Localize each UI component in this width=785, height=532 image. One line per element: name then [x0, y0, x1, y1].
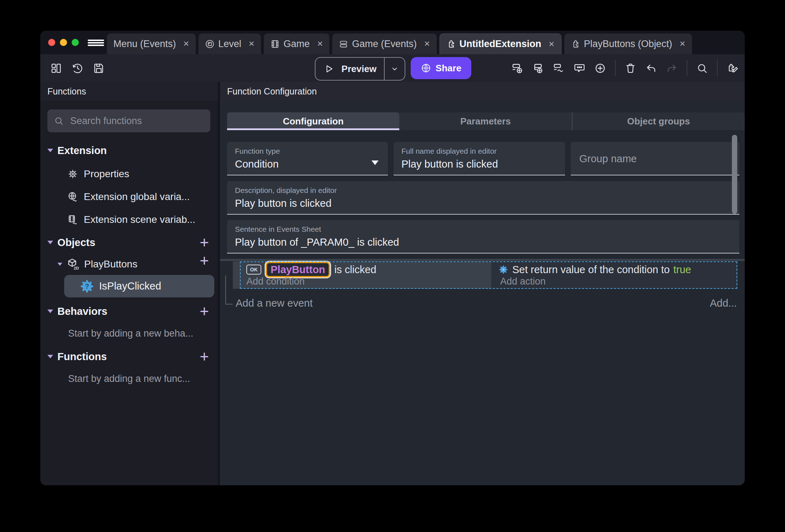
search-icon — [54, 116, 64, 126]
preview-dropdown-button[interactable] — [384, 58, 405, 80]
condition-row[interactable]: OK PlayButton is clicked — [246, 262, 376, 277]
function-configuration-panel: Function Configuration Configuration Par… — [220, 82, 745, 485]
add-subevent-icon[interactable] — [532, 62, 544, 74]
close-icon[interactable]: ✕ — [424, 40, 430, 48]
collapse-caret-icon[interactable] — [47, 310, 53, 313]
close-icon[interactable]: ✕ — [183, 40, 190, 48]
functions-sidebar: Functions Extension Properties — [40, 82, 218, 485]
sidebar-item-isplayclicked-selected[interactable]: ? IsPlayClicked — [64, 275, 214, 297]
search-functions-box[interactable] — [47, 109, 210, 132]
search-icon[interactable] — [696, 62, 708, 74]
collapse-caret-icon[interactable] — [47, 241, 53, 244]
save-icon[interactable] — [93, 62, 105, 74]
sentence-field[interactable]: Sentence in Events Sheet Play button of … — [227, 220, 739, 254]
vertical-scrollbar[interactable] — [732, 135, 737, 214]
function-type-select[interactable]: Function type Condition — [227, 142, 388, 175]
history-icon[interactable] — [72, 62, 83, 74]
full-name-field[interactable]: Full name displayed in editor Play butto… — [394, 142, 565, 175]
description-field[interactable]: Description, displayed in editor Play bu… — [227, 181, 739, 215]
section-behaviors[interactable]: Behaviors + — [40, 304, 218, 318]
hamburger-menu-icon[interactable] — [88, 40, 104, 46]
field-value: Play button is clicked — [235, 198, 332, 209]
section-label: Behaviors — [57, 306, 107, 317]
section-label: Functions — [57, 351, 107, 363]
group-name-input[interactable] — [579, 142, 715, 175]
collapse-caret-icon[interactable] — [47, 355, 53, 358]
collapse-caret-icon[interactable] — [47, 149, 53, 152]
redo-icon[interactable] — [666, 62, 678, 74]
sidebar-title: Functions — [40, 82, 218, 101]
action-gear-icon — [498, 264, 509, 275]
traffic-minimize-button[interactable] — [60, 39, 67, 46]
tab-label: Menu (Events) — [113, 39, 176, 50]
event-drop-indicator — [220, 259, 745, 261]
share-button[interactable]: Share — [411, 57, 471, 79]
section-extension[interactable]: Extension — [40, 143, 218, 158]
svg-text:2D: 2D — [74, 266, 79, 270]
add-condition-link[interactable]: Add condition — [246, 276, 305, 287]
search-functions-input[interactable] — [70, 115, 192, 127]
event-tree-line — [225, 304, 233, 305]
tab-game-events[interactable]: Game (Events) ✕ — [332, 34, 436, 54]
tab-parameters[interactable]: Parameters — [399, 112, 571, 130]
trash-icon[interactable] — [625, 62, 636, 74]
collapse-caret-icon[interactable] — [57, 263, 62, 266]
close-icon[interactable]: ✕ — [548, 40, 555, 48]
add-function-to-object-button[interactable]: + — [196, 254, 212, 268]
field-value: Condition — [235, 158, 279, 170]
panel-title: Function Configuration — [220, 82, 745, 101]
scene-variable-icon — [67, 214, 78, 225]
add-object-button[interactable]: + — [196, 235, 212, 250]
tab-game[interactable]: Game ✕ — [264, 34, 329, 54]
tab-untitled-extension[interactable]: UntitledExtension ✕ — [440, 34, 561, 54]
add-comment-icon[interactable] — [574, 62, 585, 74]
field-label: Function type — [235, 147, 280, 155]
close-icon[interactable]: ✕ — [248, 40, 255, 48]
tab-menu-events[interactable]: Menu (Events) ✕ — [107, 34, 196, 54]
globe-icon — [421, 63, 431, 73]
add-free-function-button[interactable]: + — [196, 349, 212, 364]
add-more-link[interactable]: Add... — [710, 297, 737, 309]
field-label: Description, displayed in editor — [235, 186, 337, 195]
object-name-chip[interactable]: PlayButton — [266, 262, 330, 277]
close-icon[interactable]: ✕ — [317, 40, 323, 48]
project-manager-icon[interactable] — [50, 62, 62, 74]
dropdown-arrow-icon — [371, 160, 379, 165]
behaviors-empty-hint: Start by adding a new beha... — [40, 327, 218, 339]
add-other-event-icon[interactable] — [553, 62, 565, 74]
edit-extension-icon[interactable] — [727, 62, 738, 74]
group-name-field[interactable] — [571, 142, 739, 175]
toolbar-divider — [615, 60, 616, 76]
undo-icon[interactable] — [645, 62, 657, 74]
tab-label: UntitledExtension — [460, 39, 542, 50]
add-behavior-button[interactable]: + — [196, 304, 212, 318]
tab-configuration[interactable]: Configuration — [227, 112, 399, 130]
close-icon[interactable]: ✕ — [679, 40, 686, 48]
field-label: Full name displayed in editor — [401, 147, 497, 155]
action-value: true — [673, 264, 691, 276]
field-value: Play button is clicked — [401, 158, 498, 170]
sidebar-item-playbuttons[interactable]: 2D PlayButtons + — [40, 254, 218, 275]
sidebar-item-extension-scene-variables[interactable]: Extension scene variab... — [40, 208, 218, 231]
action-row[interactable]: Set return value of the condition to tru… — [498, 262, 691, 277]
circle-plus-icon[interactable] — [594, 62, 606, 74]
action-text: Set return value of the condition to — [512, 264, 670, 276]
section-objects[interactable]: Objects + — [40, 235, 218, 250]
tab-label: Game (Events) — [352, 39, 417, 50]
add-action-link[interactable]: Add action — [500, 276, 546, 287]
functions-empty-hint: Start by adding a new func... — [40, 373, 218, 385]
traffic-close-button[interactable] — [48, 39, 55, 46]
tab-object-groups[interactable]: Object groups — [572, 112, 745, 130]
preview-button[interactable]: Preview — [315, 57, 405, 81]
add-new-event-link[interactable]: Add a new event — [236, 297, 313, 309]
tab-level[interactable]: Level ✕ — [199, 34, 261, 54]
tab-playbuttons-object[interactable]: PlayButtons (Object) ✕ — [564, 34, 692, 54]
traffic-zoom-button[interactable] — [72, 39, 79, 46]
event-tree-line — [225, 276, 226, 305]
section-functions[interactable]: Functions + — [40, 349, 218, 364]
add-event-icon[interactable] — [512, 62, 523, 74]
sidebar-item-extension-global-variables[interactable]: Extension global varia... — [40, 185, 218, 208]
sidebar-item-properties[interactable]: Properties — [40, 163, 218, 185]
button-object-icon: OK — [246, 265, 261, 275]
field-label: Sentence in Events Sheet — [235, 225, 321, 234]
